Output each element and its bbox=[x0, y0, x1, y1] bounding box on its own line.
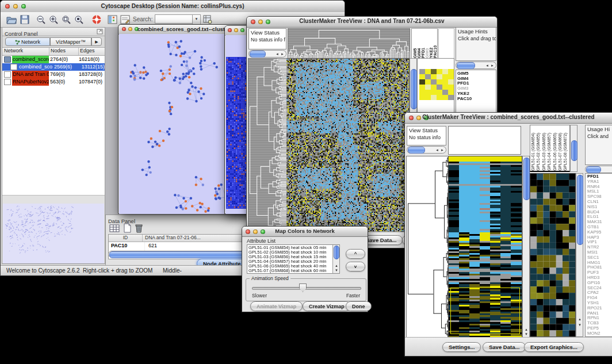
zoom-matrix-cell[interactable] bbox=[431, 90, 437, 95]
view-status-hscrollbar[interactable]: ◄► bbox=[407, 146, 446, 154]
zoom-matrix-cell[interactable] bbox=[437, 90, 442, 95]
network-row[interactable]: combined_sco2569(6)13112(15) bbox=[2, 63, 105, 71]
scroll-up-icon[interactable]: ▲ bbox=[525, 328, 528, 332]
tab-overflow-button[interactable]: ▶ bbox=[91, 37, 102, 46]
zoom-out-icon[interactable] bbox=[36, 15, 46, 25]
open-file-icon[interactable] bbox=[6, 15, 17, 24]
zoom-matrix-cell[interactable] bbox=[448, 74, 454, 79]
zoom-matrix-cell[interactable] bbox=[425, 85, 431, 90]
column-dendrogram[interactable] bbox=[288, 28, 410, 59]
float-panel-icon[interactable] bbox=[97, 29, 103, 35]
zoom-matrix-cell[interactable] bbox=[431, 69, 437, 74]
close-button[interactable] bbox=[228, 28, 232, 32]
delete-attribute-icon[interactable] bbox=[135, 223, 143, 233]
cytopanel-layout-icon[interactable] bbox=[108, 15, 117, 24]
col-edges[interactable]: Edges bbox=[79, 48, 105, 55]
view-status-hscrollbar[interactable]: ◄► bbox=[248, 50, 286, 58]
row-dendrogram[interactable] bbox=[248, 58, 288, 233]
zoom-matrix-cell[interactable] bbox=[448, 90, 454, 95]
network-row[interactable]: combined_scores2764(0)16218(0) bbox=[2, 56, 105, 63]
zoom-matrix-cell[interactable] bbox=[419, 74, 425, 79]
network-row[interactable]: RNAPuberNov2+|563(0)107847(0) bbox=[2, 78, 105, 86]
data-col-id[interactable]: ID bbox=[109, 235, 143, 242]
zoom-matrix-cell[interactable] bbox=[442, 74, 448, 79]
table-icon[interactable] bbox=[109, 224, 120, 233]
similarity-heatmap[interactable] bbox=[286, 58, 410, 233]
zoom-matrix-cell[interactable] bbox=[437, 69, 442, 74]
export-graphics-button[interactable]: Export Graphics... bbox=[524, 342, 584, 352]
zoom-matrix-cell[interactable] bbox=[425, 79, 431, 85]
zoom-matrix-cell[interactable] bbox=[419, 85, 425, 90]
zoom-matrix-cell[interactable] bbox=[437, 85, 442, 90]
zoom-matrix-cell[interactable] bbox=[448, 85, 454, 90]
zoom-matrix-cell[interactable] bbox=[448, 69, 454, 74]
col-nodes[interactable]: Nodes bbox=[49, 48, 79, 55]
tab-network[interactable]: Network bbox=[5, 37, 50, 46]
zoom-matrix-cell[interactable] bbox=[448, 79, 454, 85]
zoom-one-to-one-icon[interactable] bbox=[62, 15, 71, 25]
scroll-down-icon[interactable]: ▼ bbox=[578, 323, 582, 327]
usage-hints-hscrollbar[interactable] bbox=[585, 166, 612, 173]
zoom-vscrollbar[interactable]: ▲ ▼ bbox=[576, 173, 583, 337]
move-up-button[interactable]: ^ bbox=[346, 249, 365, 259]
annotation-panel-icon[interactable] bbox=[120, 15, 130, 24]
speed-slider[interactable] bbox=[252, 287, 361, 290]
zoom-matrix-cell[interactable] bbox=[437, 95, 442, 100]
save-icon[interactable] bbox=[20, 15, 29, 24]
scroll-down-icon[interactable]: ▼ bbox=[525, 332, 528, 336]
zoom-matrix-cell[interactable] bbox=[442, 69, 448, 74]
zoom-matrix-cell[interactable] bbox=[425, 90, 431, 95]
zoom-matrix-cell[interactable] bbox=[442, 85, 448, 90]
scroll-up-icon[interactable]: ▲ bbox=[578, 317, 582, 321]
zoom-matrix-cell[interactable] bbox=[442, 95, 448, 100]
speed-slider-thumb[interactable] bbox=[299, 283, 307, 292]
zoom-matrix-cell[interactable] bbox=[431, 74, 437, 79]
attribute-list-item[interactable]: GPL51-07 (GSM868) heat shock 60 min bbox=[248, 269, 338, 273]
col-network[interactable]: Network bbox=[2, 48, 49, 55]
zoom-selected-icon[interactable] bbox=[74, 15, 84, 25]
birdseye-overview[interactable] bbox=[3, 204, 104, 263]
search-input[interactable] bbox=[155, 14, 194, 24]
create-vizmap-button[interactable]: Create Vizmap bbox=[303, 301, 351, 311]
done-button[interactable]: Done bbox=[346, 301, 372, 311]
zoom-button[interactable] bbox=[240, 28, 244, 32]
expression-heatmap[interactable] bbox=[448, 156, 522, 338]
zoom-matrix-cell[interactable] bbox=[431, 95, 437, 100]
zoom-matrix-cell[interactable] bbox=[431, 79, 437, 85]
settings-button[interactable]: Settings... bbox=[442, 342, 481, 352]
zoom-matrix-cell[interactable] bbox=[425, 74, 431, 79]
zoom-matrix-cell[interactable] bbox=[419, 95, 425, 100]
zoom-matrix-cell[interactable] bbox=[437, 79, 442, 85]
zoom-matrix-cell[interactable] bbox=[442, 79, 448, 85]
animate-vizmap-button[interactable]: Animate Vizmap bbox=[250, 301, 303, 311]
zoom-matrix[interactable] bbox=[419, 69, 454, 100]
save-data-button[interactable]: Save Data... bbox=[483, 342, 526, 352]
zoom-matrix-cell[interactable] bbox=[419, 90, 425, 95]
scroll-down-icon[interactable]: ▼ bbox=[335, 269, 338, 273]
zoom-heatmap[interactable] bbox=[530, 173, 576, 337]
zoom-matrix-cell[interactable] bbox=[425, 95, 431, 100]
search-config-icon[interactable] bbox=[203, 15, 213, 24]
zoom-matrix-cell[interactable] bbox=[437, 74, 442, 79]
scroll-up-icon[interactable]: ▲ bbox=[335, 264, 338, 268]
search-dropdown-button[interactable]: ▼ bbox=[192, 14, 201, 25]
zoom-matrix-cell[interactable] bbox=[442, 90, 448, 95]
zoom-matrix-cell[interactable] bbox=[431, 85, 437, 90]
usage-hints-hscrollbar[interactable]: ◄► bbox=[456, 62, 496, 69]
column-dendrogram-area[interactable] bbox=[448, 126, 521, 155]
attribute-listbox[interactable]: GPL51-01 (GSM854) heat shock 05 minGPL51… bbox=[247, 244, 340, 274]
minimize-button[interactable] bbox=[234, 28, 238, 32]
zoom-matrix-cell[interactable] bbox=[419, 79, 425, 85]
zoom-in-icon[interactable] bbox=[49, 15, 59, 25]
zoom-matrix-cell[interactable] bbox=[425, 69, 431, 74]
tab-vizmapper[interactable]: VizMapper™ bbox=[50, 37, 91, 46]
row-dendrogram[interactable] bbox=[406, 156, 449, 338]
move-down-button[interactable]: v bbox=[346, 262, 365, 271]
main-titlebar[interactable]: Cytoscape Desktop (Session Name: collins… bbox=[1, 1, 345, 13]
help-lifesaver-icon[interactable] bbox=[91, 14, 102, 25]
heatmap-vscrollbar[interactable]: ▲ ▼ bbox=[522, 156, 530, 338]
new-attribute-icon[interactable] bbox=[123, 223, 132, 233]
column-labels-vscrollbar[interactable] bbox=[570, 125, 577, 172]
network-row[interactable]: DNA and Tran 07769(0)183728(0) bbox=[2, 71, 105, 78]
zoom-matrix-cell[interactable] bbox=[448, 95, 454, 100]
